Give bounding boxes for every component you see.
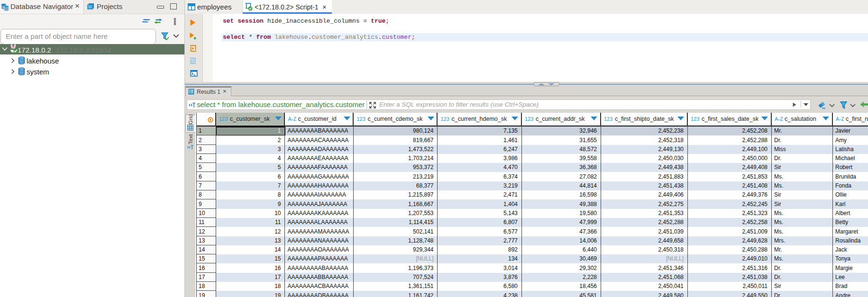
svg-text:Grid: Grid bbox=[188, 115, 193, 125]
svg-text:Text: Text bbox=[188, 134, 193, 144]
